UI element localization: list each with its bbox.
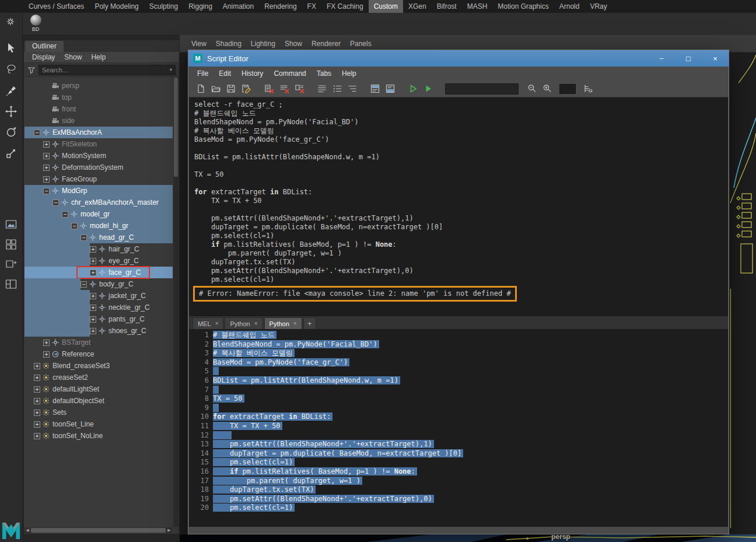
clear-all-icon[interactable] — [293, 83, 306, 95]
expand-toggle-icon[interactable]: + — [90, 328, 96, 334]
quick-layout-icon[interactable] — [4, 277, 19, 292]
menubar-item-fx[interactable]: FX — [302, 0, 321, 13]
script-input-pane[interactable]: 1# 블랜드쉐입 노드2BlendShapeNond = pm.PyNode('… — [189, 329, 728, 527]
close-button[interactable]: × — [702, 50, 729, 67]
viewport-menu-panels[interactable]: Panels — [345, 40, 376, 48]
outliner-item-motionsystem[interactable]: +MotionSystem — [24, 150, 173, 162]
collapse-toggle-icon[interactable]: − — [80, 235, 87, 241]
close-tab-icon[interactable]: × — [215, 320, 219, 327]
viewport-menu-shading[interactable]: Shading — [211, 40, 246, 48]
outliner-search-input[interactable]: Search... ▾ — [38, 65, 176, 75]
toggle-input-pane-icon[interactable] — [384, 83, 397, 95]
expand-toggle-icon[interactable]: + — [90, 293, 96, 299]
script-editor-menu-tabs[interactable]: Tabs — [312, 69, 337, 78]
panel-stack-icon[interactable] — [4, 237, 19, 252]
expand-toggle-icon[interactable]: + — [43, 176, 50, 183]
outliner-item-front[interactable]: front — [24, 103, 173, 115]
scale-tool[interactable] — [4, 146, 19, 161]
search-up-icon[interactable] — [541, 83, 554, 95]
tab-mel-0[interactable]: MEL× — [192, 317, 223, 329]
expand-toggle-icon[interactable]: + — [90, 305, 96, 311]
outliner-item-modgrp[interactable]: −ModGrp — [24, 185, 173, 197]
expand-toggle-icon[interactable]: + — [34, 410, 40, 416]
tab-python-2[interactable]: Python× — [264, 317, 302, 329]
paint-select-tool[interactable] — [4, 83, 19, 98]
show-stack-trace-icon[interactable] — [346, 83, 359, 95]
menubar-item-motion-graphics[interactable]: Motion Graphics — [492, 0, 554, 13]
script-editor-menu-file[interactable]: File — [192, 69, 214, 78]
expand-toggle-icon[interactable]: + — [34, 433, 40, 439]
expand-toggle-icon[interactable]: + — [43, 351, 50, 358]
open-script-icon[interactable] — [209, 83, 222, 95]
outliner-item-deformationsystem[interactable]: +DeformationSystem — [24, 162, 173, 173]
outliner-item-sets[interactable]: +Sets — [24, 407, 173, 418]
outliner-item-face-gr-c[interactable]: +face_gr_C — [24, 267, 173, 278]
expand-toggle-icon[interactable]: + — [43, 165, 50, 171]
expand-toggle-icon[interactable]: + — [34, 375, 40, 381]
outliner-item-reference[interactable]: +Reference — [24, 348, 173, 360]
outliner-item-exmbaanchora[interactable]: −ExMBaAnchorA — [24, 127, 173, 138]
outliner-item-hair-gr-c[interactable]: +hair_gr_C — [24, 243, 173, 255]
outliner-item-facegroup[interactable]: +FaceGroup — [24, 173, 173, 185]
menubar-item-poly-modeling[interactable]: Poly Modeling — [89, 0, 144, 13]
menubar-item-rigging[interactable]: Rigging — [183, 0, 218, 13]
viewport-menu-show[interactable]: Show — [280, 40, 307, 48]
expand-toggle-icon[interactable]: + — [43, 340, 50, 346]
outliner-item-defaultlightset[interactable]: +defaultLightSet — [24, 383, 173, 395]
outliner-item-body-gr-c[interactable]: −body_gr_C — [24, 278, 173, 290]
menubar-item-arnold[interactable]: Arnold — [554, 0, 585, 13]
collapse-toggle-icon[interactable]: − — [71, 223, 78, 229]
menubar-item-animation[interactable]: Animation — [218, 0, 259, 13]
menubar-item-vray[interactable]: VRay — [584, 0, 612, 13]
new-tab-button[interactable]: + — [303, 317, 316, 329]
expand-toggle-icon[interactable]: + — [90, 246, 96, 253]
menubar-item-bifrost[interactable]: Bifrost — [432, 0, 462, 13]
outliner-tab[interactable]: Outliner — [25, 41, 64, 52]
save-script-to-shelf-icon[interactable] — [240, 83, 253, 95]
collapse-toggle-icon[interactable]: − — [80, 281, 87, 288]
outliner-item-jacket-gr-c[interactable]: +jacket_gr_C — [24, 290, 173, 302]
lasso-tool[interactable] — [4, 62, 19, 77]
outliner-item-defaultobjectset[interactable]: +defaultObjectSet — [24, 395, 173, 407]
quick-help-field[interactable] — [559, 84, 576, 94]
menubar-item-mash[interactable]: MASH — [462, 0, 493, 13]
outliner-item-persp[interactable]: persp — [24, 80, 173, 92]
command-outline-icon[interactable] — [582, 83, 594, 95]
close-tab-icon[interactable]: × — [293, 320, 297, 327]
tab-python-1[interactable]: Python× — [225, 317, 262, 329]
outliner-vertical-scrollbar[interactable] — [173, 78, 178, 527]
clear-input-icon[interactable] — [262, 83, 275, 95]
outliner-item-creaseset2[interactable]: +creaseSet2 — [24, 372, 173, 383]
menubar-item-curves-surfaces[interactable]: Curves / Surfaces — [23, 0, 89, 13]
outliner-item-shoes-gr-c[interactable]: +shoes_gr_C — [24, 325, 173, 337]
outliner-item-chr-exmbaanchora-master[interactable]: −chr_exMBaAnchorA_master — [24, 197, 173, 208]
script-editor-menu-edit[interactable]: Edit — [214, 69, 236, 78]
minimize-button[interactable]: − — [648, 50, 675, 67]
new-script-icon[interactable] — [194, 83, 207, 95]
show-line-numbers-icon[interactable] — [331, 83, 344, 95]
expand-toggle-icon[interactable]: + — [90, 316, 96, 323]
expand-toggle-icon[interactable]: + — [90, 258, 96, 264]
clear-history-icon[interactable] — [278, 83, 290, 95]
outliner-item-blend-creaseset3[interactable]: +Blend_creaseSet3 — [24, 360, 173, 372]
outliner-item-toonset-line[interactable]: +toonSet_Line — [24, 418, 173, 430]
script-history-pane[interactable]: select -r face_gr_C ;# 블랜드쉐입 노드BlendShap… — [189, 97, 728, 316]
filter-icon[interactable] — [27, 66, 36, 74]
expand-toggle-icon[interactable]: + — [34, 421, 40, 428]
outliner-item-bstarget[interactable]: +BSTarget — [24, 337, 173, 348]
menubar-item-sculpting[interactable]: Sculpting — [144, 0, 183, 13]
script-editor-titlebar[interactable]: M Script Editor −□× — [188, 50, 729, 67]
expand-toggle-icon[interactable]: + — [43, 141, 50, 148]
echo-all-commands-icon[interactable] — [316, 83, 328, 95]
collapse-toggle-icon[interactable]: − — [43, 188, 50, 194]
viewport-menu-renderer[interactable]: Renderer — [307, 40, 345, 48]
script-editor-menu-command[interactable]: Command — [268, 69, 311, 78]
close-tab-icon[interactable]: × — [254, 320, 258, 327]
outliner-item-fitskeleton[interactable]: +FitSkeleton — [24, 138, 173, 150]
outliner-item-necktie-gr-c[interactable]: +necktie_gr_C — [24, 302, 173, 313]
move-tool[interactable] — [4, 104, 19, 119]
panel-add-icon[interactable] — [4, 257, 19, 272]
outliner-item-model-gr[interactable]: −model_gr — [24, 208, 173, 220]
collapse-toggle-icon[interactable]: − — [34, 130, 40, 136]
execute-icon[interactable] — [422, 83, 435, 95]
